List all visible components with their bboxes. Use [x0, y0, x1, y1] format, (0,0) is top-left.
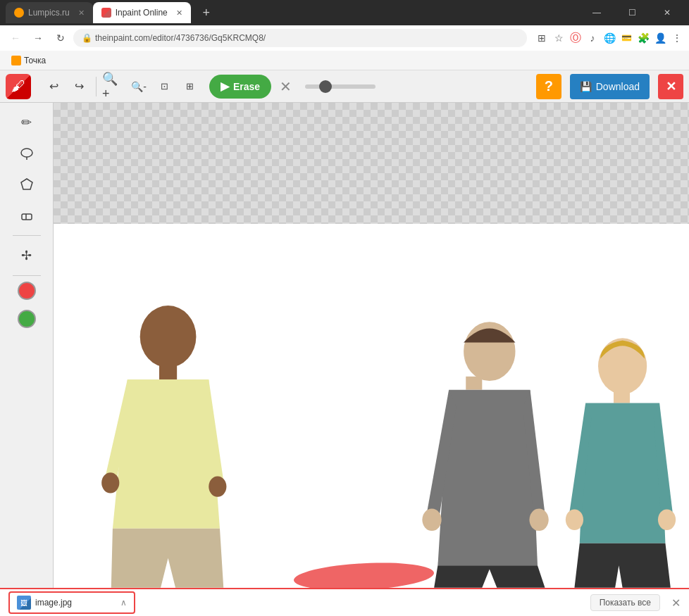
redo-button[interactable]: ↪ [68, 75, 90, 98]
svg-point-13 [529, 509, 548, 531]
canvas-background [54, 103, 689, 588]
slider-thumb[interactable] [319, 80, 332, 93]
svg-point-14 [598, 338, 647, 394]
show-all-button[interactable]: Показать все [590, 594, 660, 611]
opera-icon[interactable]: Ⓞ [569, 32, 582, 44]
canvas-area[interactable] [54, 103, 689, 588]
svg-point-8 [101, 472, 119, 493]
music-icon[interactable]: ♪ [586, 32, 599, 44]
lasso-tool[interactable] [13, 139, 41, 168]
move-tool[interactable]: ✢ [13, 241, 41, 270]
tab-inpaint-label: Inpaint Online [116, 8, 168, 18]
undo-button[interactable]: ↩ [42, 75, 65, 98]
editor-toolbar: 🖌 ↩ ↪ 🔍+ 🔍- ⊡ ⊞ ▶ Erase ✕ ? 💾 Download ✕ [0, 70, 689, 103]
download-file-item[interactable]: 🖼 image.jpg ∧ [8, 591, 135, 614]
translate-icon[interactable]: ⊞ [535, 32, 548, 44]
slider-track [305, 84, 375, 89]
bookmark-icon[interactable]: ☆ [552, 32, 565, 44]
address-url: theinpaint.com/editor/4736736/Gq5KRCMQ8/ [95, 33, 266, 43]
maximize-button[interactable]: ☐ [616, 2, 648, 23]
tool-separator [13, 235, 41, 236]
zoom-fit-button[interactable]: ⊡ [153, 75, 175, 98]
people-svg [54, 224, 689, 588]
svg-point-6 [140, 306, 197, 367]
title-bar: Lumpics.ru ✕ Inpaint Online ✕ + — ☐ ✕ [0, 0, 689, 25]
save-icon: 💾 [580, 81, 592, 92]
bookmark-tochka[interactable]: Точка [6, 53, 51, 68]
svg-point-16 [566, 510, 583, 530]
polygon-tool[interactable] [13, 170, 41, 199]
svg-rect-15 [614, 391, 630, 403]
svg-point-12 [422, 509, 441, 531]
close-button[interactable]: ✕ [651, 2, 683, 23]
editor-area: ✏ ✢ [0, 103, 689, 588]
user-icon[interactable]: 👤 [654, 32, 666, 44]
erase-play-icon: ▶ [221, 80, 229, 93]
tab-lumpics-label: Lumpics.ru [28, 8, 70, 18]
wallet-icon[interactable]: 💳 [620, 32, 633, 44]
svg-marker-2 [21, 179, 32, 189]
svg-rect-11 [466, 377, 482, 390]
forward-button[interactable]: → [28, 28, 48, 48]
tool-panel: ✏ ✢ [0, 103, 54, 588]
erase-button[interactable]: ▶ Erase [209, 75, 271, 99]
menu-icon[interactable]: ⋮ [671, 32, 683, 44]
zoom-out-button[interactable]: 🔍- [128, 75, 150, 98]
erase-label: Erase [233, 81, 260, 92]
pencil-tool[interactable]: ✏ [13, 108, 41, 137]
file-type-icon: 🖼 [17, 596, 31, 610]
browser-chrome: Lumpics.ru ✕ Inpaint Online ✕ + — ☐ ✕ ← … [0, 0, 689, 103]
file-name-label: image.jpg [35, 598, 116, 608]
back-button[interactable]: ← [6, 28, 25, 48]
help-button[interactable]: ? [536, 74, 561, 99]
app-logo: 🖌 [6, 74, 31, 99]
svg-rect-3 [22, 214, 32, 220]
extension-icon[interactable]: 🧩 [637, 32, 650, 44]
download-label: Download [596, 81, 640, 92]
refresh-button[interactable]: ↻ [51, 28, 70, 48]
vpn-icon[interactable]: 🌐 [603, 32, 616, 44]
new-tab-button[interactable]: + [197, 3, 216, 23]
tab-lumpics-close[interactable]: ✕ [78, 8, 85, 18]
dismiss-download-bar-button[interactable]: ✕ [671, 596, 681, 610]
app-logo-icon: 🖌 [11, 78, 25, 94]
lasso-icon [19, 146, 35, 161]
brush-size-slider[interactable] [305, 84, 375, 89]
svg-rect-7 [159, 365, 177, 379]
erase-cancel-button[interactable]: ✕ [274, 75, 297, 98]
close-editor-button[interactable]: ✕ [658, 74, 683, 99]
tab-lumpics[interactable]: Lumpics.ru ✕ [6, 2, 93, 23]
svg-point-0 [21, 149, 32, 157]
foreground-color-swatch[interactable] [18, 282, 36, 300]
zoom-in-button[interactable]: 🔍+ [102, 75, 125, 98]
svg-point-17 [658, 510, 676, 530]
address-input[interactable]: 🔒 theinpaint.com/editor/4736736/Gq5KRCMQ… [73, 29, 527, 47]
polygon-icon [20, 177, 34, 191]
image-content [54, 224, 689, 588]
lock-icon: 🔒 [82, 33, 92, 43]
bookmarks-bar: Точка [0, 51, 689, 70]
window-controls: — ☐ ✕ [581, 2, 683, 23]
minimize-button[interactable]: — [581, 2, 613, 23]
background-color-swatch[interactable] [18, 310, 36, 328]
tab-inpaint[interactable]: Inpaint Online ✕ [93, 2, 191, 23]
browser-icons: ⊞ ☆ Ⓞ ♪ 🌐 💳 🧩 👤 ⋮ [535, 32, 683, 44]
tab-inpaint-close[interactable]: ✕ [176, 8, 182, 18]
bookmark-folder-icon [11, 56, 21, 65]
inpaint-icon [101, 8, 111, 18]
zoom-actual-button[interactable]: ⊞ [178, 75, 201, 98]
bookmark-tochka-label: Точка [24, 56, 46, 65]
tool-separator-2 [13, 275, 41, 276]
download-bar: 🖼 image.jpg ∧ Показать все ✕ [0, 588, 689, 616]
lumpics-icon [14, 8, 24, 18]
svg-point-9 [209, 477, 226, 497]
toolbar-separator-1 [96, 77, 97, 96]
eraser-tool[interactable] [13, 201, 41, 230]
address-bar: ← → ↻ 🔒 theinpaint.com/editor/4736736/Gq… [0, 25, 689, 51]
download-button[interactable]: 💾 Download [570, 74, 650, 99]
file-chevron-icon: ∧ [120, 598, 127, 608]
eraser-icon [20, 208, 34, 222]
